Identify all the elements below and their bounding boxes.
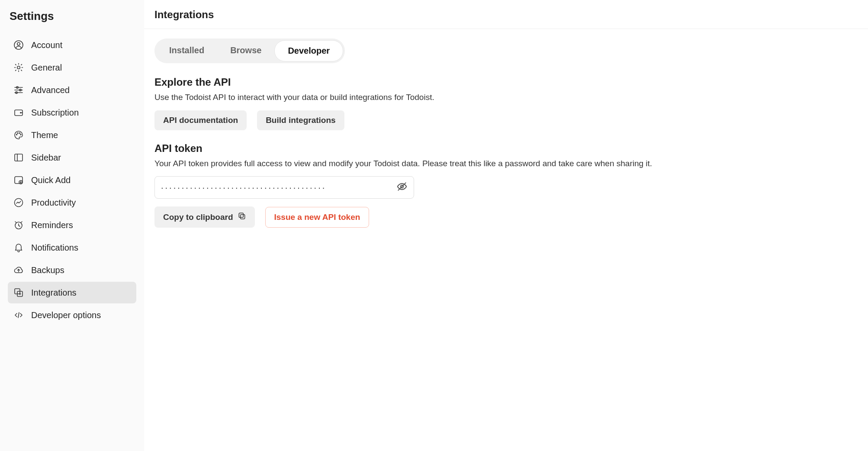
- tab-browse[interactable]: Browse: [217, 40, 274, 61]
- sliders-icon: [13, 84, 24, 96]
- code-icon: [13, 309, 24, 321]
- svg-line-24: [21, 222, 22, 223]
- copy-to-clipboard-button[interactable]: Copy to clipboard: [154, 206, 255, 228]
- explore-desc: Use the Todoist API to interact with you…: [154, 92, 858, 103]
- svg-line-23: [15, 222, 16, 223]
- tab-developer[interactable]: Developer: [274, 40, 343, 61]
- sidebar-item-sidebar[interactable]: Sidebar: [8, 147, 136, 168]
- tab-bar: Installed Browse Developer: [154, 39, 345, 63]
- bell-icon: [13, 242, 24, 253]
- section-explore-api: Explore the API Use the Todoist API to i…: [154, 76, 858, 130]
- sidebar-item-label: Theme: [31, 130, 58, 140]
- svg-line-29: [18, 312, 19, 318]
- main-panel: Integrations Installed Browse Developer …: [144, 0, 868, 451]
- sidebar-item-notifications[interactable]: Notifications: [8, 237, 136, 258]
- explore-title: Explore the API: [154, 76, 858, 88]
- sidebar-nav: Account General Advanced Subscription Th: [8, 34, 136, 326]
- svg-point-11: [16, 134, 17, 135]
- sidebar-item-label: Subscription: [31, 108, 79, 118]
- copy-btn-label: Copy to clipboard: [163, 213, 233, 222]
- gear-icon: [13, 62, 24, 73]
- sidebar-item-theme[interactable]: Theme: [8, 124, 136, 146]
- quick-add-icon: [13, 174, 24, 186]
- trend-up-icon: [13, 197, 24, 208]
- sidebar-item-label: General: [31, 63, 62, 73]
- sidebar-item-reminders[interactable]: Reminders: [8, 214, 136, 236]
- sidebar-item-integrations[interactable]: Integrations: [8, 282, 136, 303]
- sidebar-item-label: Notifications: [31, 243, 78, 253]
- sidebar-item-label: Reminders: [31, 220, 73, 230]
- palette-icon: [13, 129, 24, 141]
- svg-point-14: [20, 134, 21, 135]
- eye-off-icon: [396, 181, 408, 194]
- svg-point-2: [17, 66, 20, 69]
- svg-line-31: [398, 183, 405, 190]
- integrations-icon: [13, 287, 24, 298]
- user-icon: [13, 39, 24, 51]
- svg-point-12: [17, 133, 18, 134]
- svg-rect-15: [15, 154, 23, 161]
- api-documentation-button[interactable]: API documentation: [154, 110, 247, 130]
- sidebar-item-label: Productivity: [31, 198, 76, 208]
- main-header: Integrations: [144, 0, 868, 29]
- svg-rect-33: [239, 213, 243, 218]
- api-token-title: API token: [154, 142, 858, 155]
- sidebar-item-label: Advanced: [31, 85, 70, 95]
- copy-icon: [238, 212, 246, 222]
- content-area: Installed Browse Developer Explore the A…: [144, 29, 868, 249]
- api-token-value: ········································: [161, 183, 396, 193]
- svg-rect-32: [240, 215, 244, 219]
- sidebar-item-advanced[interactable]: Advanced: [8, 79, 136, 101]
- sidebar-item-label: Integrations: [31, 288, 77, 298]
- sidebar-item-quick-add[interactable]: Quick Add: [8, 169, 136, 191]
- sidebar-item-label: Backups: [31, 265, 64, 275]
- settings-sidebar: Settings Account General Advanced Subscr…: [0, 0, 144, 451]
- sidebar-item-backups[interactable]: Backups: [8, 259, 136, 281]
- tab-installed[interactable]: Installed: [156, 40, 217, 61]
- section-api-token: API token Your API token provides full a…: [154, 142, 858, 228]
- sidebar-title: Settings: [10, 10, 136, 23]
- build-integrations-button[interactable]: Build integrations: [257, 110, 344, 130]
- svg-point-13: [19, 133, 20, 134]
- sidebar-item-productivity[interactable]: Productivity: [8, 192, 136, 213]
- svg-point-1: [17, 42, 20, 45]
- sidebar-item-general[interactable]: General: [8, 57, 136, 78]
- issue-new-token-button[interactable]: Issue a new API token: [265, 207, 370, 228]
- cloud-upload-icon: [13, 264, 24, 276]
- sidebar-item-label: Quick Add: [31, 175, 71, 185]
- api-token-desc: Your API token provides full access to v…: [154, 158, 858, 170]
- panel-left-icon: [13, 152, 24, 163]
- sidebar-item-developer-options[interactable]: Developer options: [8, 304, 136, 326]
- page-title: Integrations: [154, 9, 858, 21]
- toggle-visibility-button[interactable]: [396, 181, 408, 194]
- sidebar-item-subscription[interactable]: Subscription: [8, 102, 136, 123]
- sidebar-item-label: Account: [31, 40, 62, 50]
- sidebar-item-label: Developer options: [31, 310, 101, 320]
- sidebar-item-label: Sidebar: [31, 153, 61, 163]
- api-token-field: ········································: [154, 176, 414, 199]
- wallet-icon: [13, 107, 24, 118]
- alarm-icon: [13, 219, 24, 231]
- sidebar-item-account[interactable]: Account: [8, 34, 136, 56]
